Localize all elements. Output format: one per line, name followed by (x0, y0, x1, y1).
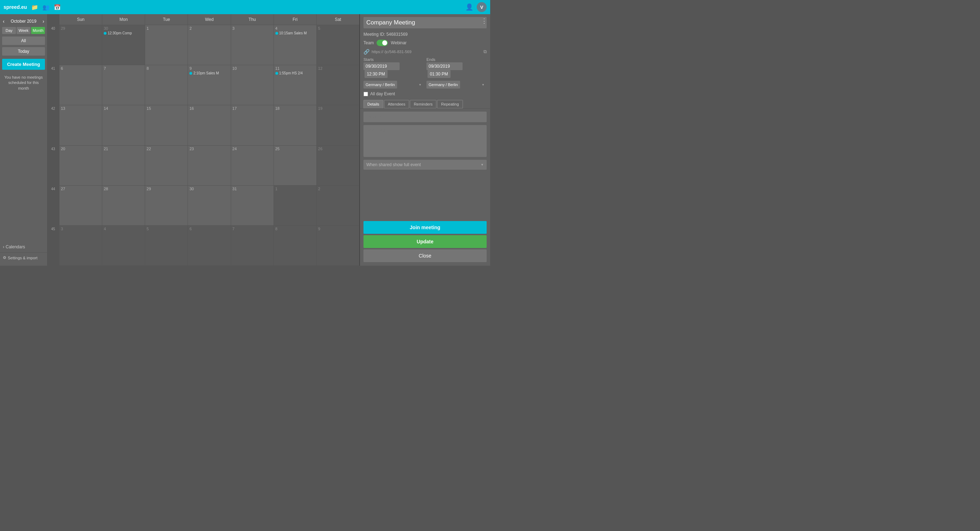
close-button[interactable]: Close (363, 249, 487, 262)
day-view-button[interactable]: Day (2, 27, 16, 34)
join-meeting-button[interactable]: Join meeting (363, 221, 487, 234)
calendar-cell-oct19[interactable]: 19 (317, 105, 359, 145)
calendar-cell-oct12[interactable]: 12 (317, 65, 359, 105)
people-icon[interactable]: 👥 (43, 4, 49, 11)
avatar[interactable]: V (477, 2, 487, 12)
team-toggle[interactable] (377, 40, 388, 46)
calendars-section[interactable]: › Calendars (0, 242, 47, 252)
tab-reminders[interactable]: Reminders (410, 100, 436, 108)
all-filter-button[interactable]: All (2, 37, 45, 45)
settings-section[interactable]: ⚙ Settings & import (0, 252, 47, 263)
more-options-button[interactable]: ⋮ (481, 17, 487, 25)
tab-repeating[interactable]: Repeating (437, 100, 463, 108)
month-view-button[interactable]: Month (31, 27, 45, 34)
calendar-cell-oct18[interactable]: 18 (274, 105, 317, 145)
end-date-input[interactable] (426, 62, 463, 70)
calendar-cell-nov6[interactable]: 6 (188, 226, 231, 265)
start-timezone-select[interactable]: Germany / Berlin (363, 81, 397, 89)
calendar-cell-oct29[interactable]: 29 (145, 186, 188, 225)
calendar-cell-oct28[interactable]: 28 (102, 186, 145, 225)
week-view-button[interactable]: Week (17, 27, 30, 34)
calendar-cell-oct25[interactable]: 25 (274, 145, 317, 185)
calendar-cell-oct3[interactable]: 3 (231, 25, 274, 65)
calendar-cell-oct22[interactable]: 22 (145, 145, 188, 185)
calendar-cell-oct21[interactable]: 21 (102, 145, 145, 185)
tab-attendees[interactable]: Attendees (384, 100, 409, 108)
calendar-cell-oct4[interactable]: 4 10:15am Sales M (274, 25, 317, 65)
week-num-40: 40 (47, 25, 59, 65)
right-panel: ⋮ Meeting ID: 546831569 Team Webinar 🔗 h… (359, 14, 490, 266)
end-time-input[interactable] (428, 70, 450, 78)
week-num-45: 45 (47, 226, 59, 265)
calendar-cell-oct26[interactable]: 26 (317, 145, 359, 185)
description-textarea[interactable] (363, 125, 487, 157)
today-button[interactable]: Today (2, 47, 45, 56)
calendar-cell-oct5[interactable]: 5 (317, 25, 359, 65)
view-buttons: Day Week Month (0, 26, 47, 35)
header-thu: Thu (231, 14, 274, 25)
add-user-icon[interactable]: 👤 (465, 3, 473, 11)
event-comp[interactable]: 12:30pm Comp (104, 31, 143, 35)
copy-icon[interactable]: ⧉ (484, 49, 487, 54)
start-time-input[interactable] (364, 70, 388, 78)
tab-details[interactable]: Details (363, 100, 383, 108)
allday-row: All day Event (360, 90, 490, 98)
allday-checkbox[interactable] (363, 92, 368, 96)
calendar-cell-sep29[interactable]: 29 (59, 25, 102, 65)
update-button[interactable]: Update (363, 235, 487, 248)
calendar-cell-nov5[interactable]: 5 (145, 226, 188, 265)
week-num-42: 42 (47, 105, 59, 145)
panel-body: When shared show full event (360, 109, 490, 218)
calendar-cell-nov2[interactable]: 2 (317, 186, 359, 225)
calendar-cell-oct23[interactable]: 23 (188, 145, 231, 185)
month-label: October 2019 (11, 19, 37, 24)
tabs-row: Details Attendees Reminders Repeating (360, 98, 490, 109)
end-timezone-select[interactable]: Germany / Berlin (426, 81, 460, 89)
calendar-cell-sep30[interactable]: 30 12:30pm Comp (102, 25, 145, 65)
no-meetings-message: You have no meetings scheduled for this … (0, 72, 47, 94)
calendar-cell-oct20[interactable]: 20 (59, 145, 102, 185)
calendar-cell-nov8[interactable]: 8 (274, 226, 317, 265)
calendar-cell-oct27[interactable]: 27 (59, 186, 102, 225)
calendar-cell-nov1[interactable]: 1 (274, 186, 317, 225)
calendar-cell-oct31[interactable]: 31 (231, 186, 274, 225)
timezone-row: Germany / Berlin Germany / Berlin (360, 79, 490, 90)
calendar-cell-oct11[interactable]: 11 1:55pm HS 2/4 (274, 65, 317, 105)
header-sun: Sun (59, 14, 102, 25)
calendar-cell-oct2[interactable]: 2 (188, 25, 231, 65)
create-meeting-button[interactable]: Create Meeting (2, 59, 45, 70)
event-sales-oct4[interactable]: 10:15am Sales M (275, 31, 315, 35)
share-select[interactable]: When shared show full event (363, 160, 487, 170)
event-sales-oct9[interactable]: 2:10pm Sales M (189, 71, 229, 75)
calendar-cell-oct14[interactable]: 14 (102, 105, 145, 145)
calendar-cell-oct15[interactable]: 15 (145, 105, 188, 145)
calendar-cell-oct6[interactable]: 6 (59, 65, 102, 105)
calendar-cell-oct30[interactable]: 30 (188, 186, 231, 225)
calendar-icon[interactable]: 📅 (54, 4, 61, 11)
event-hs-oct11[interactable]: 1:55pm HS 2/4 (275, 71, 315, 75)
calendar-cell-oct9[interactable]: 9 2:10pm Sales M (188, 65, 231, 105)
week-header-spacer (47, 14, 59, 25)
location-input[interactable] (363, 112, 487, 122)
prev-month-button[interactable]: ‹ (3, 18, 5, 24)
folder-icon[interactable]: 📁 (31, 4, 38, 11)
start-date-input[interactable] (363, 62, 399, 70)
calendar-cell-oct24[interactable]: 24 (231, 145, 274, 185)
calendar-cell-nov7[interactable]: 7 (231, 226, 274, 265)
calendar-cell-oct16[interactable]: 16 (188, 105, 231, 145)
header-sat: Sat (317, 14, 359, 25)
next-month-button[interactable]: › (43, 18, 44, 24)
calendar-cell-oct10[interactable]: 10 (231, 65, 274, 105)
calendars-label: Calendars (6, 244, 25, 249)
calendar-cell-oct17[interactable]: 17 (231, 105, 274, 145)
calendar-cell-nov9[interactable]: 9 (317, 226, 359, 265)
calendar-cell-oct1[interactable]: 1 (145, 25, 188, 65)
calendar-cell-oct8[interactable]: 8 (145, 65, 188, 105)
calendar-cell-nov3[interactable]: 3 (59, 226, 102, 265)
calendar-cell-oct7[interactable]: 7 (102, 65, 145, 105)
meeting-title-input[interactable] (363, 17, 487, 28)
calendar-cell-nov4[interactable]: 4 (102, 226, 145, 265)
calendar-cell-oct13[interactable]: 13 (59, 105, 102, 145)
header-wed: Wed (188, 14, 231, 25)
settings-label: Settings & import (8, 256, 38, 260)
